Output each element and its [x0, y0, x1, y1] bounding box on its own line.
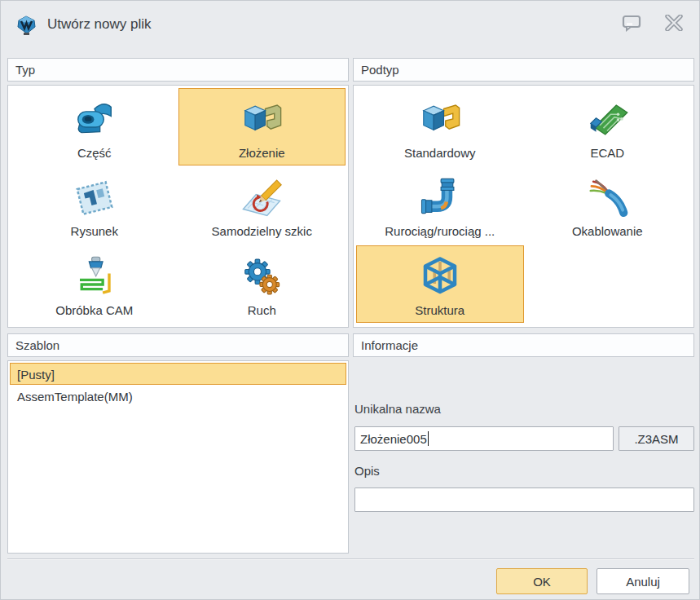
drawing-icon [73, 173, 117, 223]
typ-item-label: Obróbka CAM [55, 303, 133, 317]
podtyp-item-ecad[interactable]: ECAD [524, 88, 692, 165]
podtyp-item-struktura[interactable]: Struktura [356, 245, 524, 323]
titlebar: Utwórz nowy plik [1, 1, 699, 48]
typ-header-label: Typ [15, 63, 35, 77]
informacje-panel-header: Informacje [353, 333, 694, 357]
gears-icon [240, 252, 284, 302]
unique-name-input[interactable]: Złożenie005 [354, 426, 614, 451]
podtyp-item-label: Okablowanie [572, 224, 643, 238]
template-list: [Pusty] AssemTemplate(MM) [7, 360, 349, 554]
ok-button[interactable]: OK [496, 568, 588, 594]
assembly-icon [240, 95, 284, 145]
unique-name-label: Unikalna nazwa [354, 402, 441, 416]
typ-panel: Część Złożenie [7, 85, 349, 328]
template-item-assemtemplate[interactable]: AssemTemplate(MM) [10, 385, 346, 407]
typ-item-szkic[interactable]: Samodzielny szkic [178, 167, 346, 245]
dialog-title: Utwórz nowy plik [47, 16, 152, 33]
podtyp-panel: Standardowy ECAD [353, 85, 694, 328]
typ-item-rysunek[interactable]: Rysunek [11, 167, 178, 245]
sketch-icon [240, 173, 284, 223]
unique-name-value: Złożenie005 [360, 432, 427, 446]
close-icon[interactable] [663, 12, 685, 33]
template-item-pusty[interactable]: [Pusty] [10, 363, 346, 385]
podtyp-item-label: ECAD [590, 146, 624, 160]
typ-item-czesc[interactable]: Część [11, 88, 178, 165]
text-caret [428, 431, 429, 446]
podtyp-header-label: Podtyp [361, 63, 399, 77]
podtyp-panel-header: Podtyp [353, 58, 694, 82]
podtyp-item-label: Rurociąg/rurociąg ... [385, 224, 495, 238]
typ-panel-header: Typ [7, 58, 349, 82]
szablon-panel-header: Szablon [7, 333, 349, 357]
file-extension-box: .Z3ASM [619, 426, 694, 451]
cam-icon [73, 252, 117, 302]
comment-icon[interactable] [621, 12, 642, 33]
szablon-header-label: Szablon [15, 338, 59, 352]
typ-item-ruch[interactable]: Ruch [178, 245, 346, 323]
typ-item-label: Samodzielny szkic [212, 224, 312, 238]
create-new-file-dialog: Utwórz nowy plik Typ [0, 0, 700, 600]
typ-item-label: Rysunek [71, 224, 118, 238]
structure-cube-icon [418, 252, 462, 302]
podtyp-item-rurociag[interactable]: Rurociąg/rurociąg ... [356, 167, 524, 245]
podtyp-item-label: Struktura [415, 303, 464, 317]
typ-item-label: Złożenie [239, 146, 285, 160]
podtyp-item-standardowy[interactable]: Standardowy [356, 88, 524, 165]
informacje-header-label: Informacje [361, 338, 418, 352]
standard-assembly-icon [418, 95, 462, 145]
podtyp-empty-cell [524, 245, 692, 323]
podtyp-item-okablowanie[interactable]: Okablowanie [524, 167, 692, 245]
description-input[interactable] [354, 488, 694, 512]
piping-icon [418, 173, 462, 223]
typ-item-cam[interactable]: Obróbka CAM [11, 245, 178, 323]
description-label: Opis [354, 464, 380, 478]
ecad-board-icon [585, 95, 629, 145]
footer-divider [7, 558, 694, 560]
app-logo-icon [15, 14, 37, 36]
typ-item-label: Ruch [248, 303, 276, 317]
typ-item-zlozenie[interactable]: Złożenie [178, 88, 346, 165]
typ-item-label: Część [77, 146, 112, 160]
podtyp-item-label: Standardowy [404, 146, 476, 160]
cancel-button[interactable]: Anuluj [597, 568, 689, 594]
wiring-icon [585, 173, 629, 223]
part-icon [73, 95, 117, 145]
